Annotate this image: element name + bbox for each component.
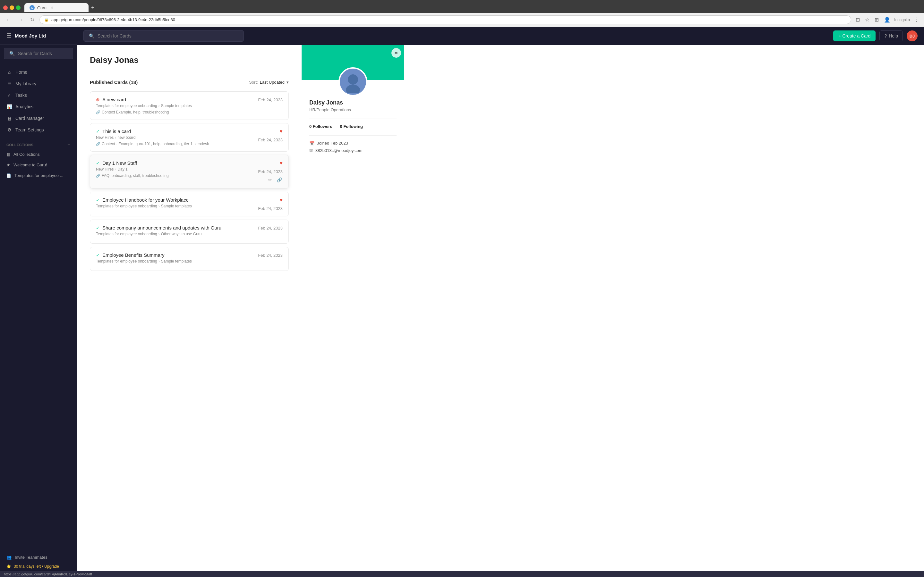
breadcrumb-part2: Sample templates xyxy=(161,103,192,108)
trial-label: 30 trial days left • Upgrade xyxy=(14,564,59,569)
table-row[interactable]: ✓ Day 1 New Staff New Hires › Day 1 🔗 xyxy=(90,155,289,189)
table-row[interactable]: ✓ Share company announcements and update… xyxy=(90,219,289,243)
create-card-button[interactable]: + Create a Card xyxy=(833,31,876,41)
back-button[interactable]: ← xyxy=(4,16,13,24)
help-label: Help xyxy=(889,33,898,39)
reload-button[interactable]: ↻ xyxy=(28,15,36,24)
card-date: Feb 24, 2023 xyxy=(258,205,283,211)
help-button[interactable]: ? Help xyxy=(879,31,903,41)
card-date: Feb 24, 2023 xyxy=(258,169,283,174)
invite-teammates-button[interactable]: 👥 Invite Teammates xyxy=(6,552,71,562)
url-text: app.getguru.com/people/0678c696-2e4c-4b1… xyxy=(51,17,175,22)
ok-status-icon: ✓ xyxy=(96,253,100,258)
tags-text: Context Example, help, troubleshooting xyxy=(102,110,169,114)
hamburger-icon[interactable]: ☰ xyxy=(6,32,11,39)
card-title: Share company announcements and updates … xyxy=(102,225,221,230)
search-bar[interactable]: 🔍 Search for Cards xyxy=(4,48,73,59)
collection-label: Welcome to Guru! xyxy=(13,163,47,167)
card-title: Employee Benefits Summary xyxy=(102,252,164,258)
like-button[interactable]: ♥ xyxy=(280,129,283,134)
sidebar-item-my-library[interactable]: ☰ My Library xyxy=(0,78,77,89)
card-top-row: ✓ Employee Handbook for your Workplace T… xyxy=(96,197,283,211)
all-collections-icon: ▦ xyxy=(6,152,10,157)
table-row[interactable]: ✓ Employee Handbook for your Workplace T… xyxy=(90,192,289,216)
url-bar[interactable]: 🔒 app.getguru.com/people/0678c696-2e4c-4… xyxy=(39,15,851,24)
topbar: 🔍 Search for Cards xyxy=(0,45,77,63)
cast-icon[interactable]: ⊡ xyxy=(855,15,861,24)
breadcrumb-part1: Templates for employee onboarding xyxy=(96,103,157,108)
table-row[interactable]: ✓ Employee Benefits Summary Templates fo… xyxy=(90,247,289,271)
sidebar-item-label: Home xyxy=(15,69,27,75)
tasks-icon: ✓ xyxy=(6,93,12,98)
bookmark-icon[interactable]: ☆ xyxy=(864,15,871,24)
card-top-row: ✓ Day 1 New Staff New Hires › Day 1 🔗 xyxy=(96,160,283,183)
copy-link-button[interactable]: 🔗 xyxy=(276,177,283,183)
card-main-info: ✓ Employee Benefits Summary Templates fo… xyxy=(96,252,192,266)
sidebar-item-label: Tasks xyxy=(15,93,27,98)
calendar-icon: 📅 xyxy=(309,141,314,145)
maximize-window-button[interactable] xyxy=(16,5,21,10)
main-content: 🔍 Search for Cards + Create a Card ? Hel… xyxy=(77,27,924,576)
card-tags: 🔗 FAQ, onboarding, staff, troubleshootin… xyxy=(96,173,169,178)
breadcrumb-part1: Templates for employee onboarding xyxy=(96,204,157,208)
sidebar-item-home[interactable]: ⌂ Home xyxy=(0,66,77,78)
incognito-label: Incognito xyxy=(894,18,910,22)
sidebar-item-welcome-to-guru[interactable]: ★ Welcome to Guru! xyxy=(0,160,77,170)
card-top-row: ⊗ A new card Templates for employee onbo… xyxy=(96,97,283,114)
breadcrumb-arrow: › xyxy=(115,135,116,140)
sidebar-item-team-settings[interactable]: ⚙ Team Settings xyxy=(0,124,77,135)
extensions-icon[interactable]: ⊞ xyxy=(873,15,880,24)
main-search-bar[interactable]: 🔍 Search for Cards xyxy=(83,30,244,42)
table-row[interactable]: ⊗ A new card Templates for employee onbo… xyxy=(90,91,289,120)
like-button[interactable]: ♥ xyxy=(280,160,283,166)
collections-section-header: Collections + xyxy=(0,139,77,149)
breadcrumb-arrow: › xyxy=(158,259,160,263)
forward-button[interactable]: → xyxy=(16,16,25,24)
edit-profile-button[interactable]: ✏ xyxy=(391,48,401,58)
email-item: ✉ 382b013c@moodjoy.com xyxy=(309,148,397,153)
menu-icon[interactable]: ⋮ xyxy=(913,15,920,24)
browser-tab[interactable]: G Guru ✕ xyxy=(24,3,89,12)
sidebar-item-tasks[interactable]: ✓ Tasks xyxy=(0,89,77,101)
trial-upgrade-button[interactable]: ⭐ 30 trial days left • Upgrade xyxy=(6,562,71,571)
profile-avatar xyxy=(338,67,367,96)
profile-name-heading: Daisy Jonas xyxy=(90,55,289,65)
like-button[interactable]: ♥ xyxy=(280,197,283,203)
svg-point-0 xyxy=(348,74,358,85)
search-icon: 🔍 xyxy=(9,51,15,56)
card-manager-icon: ▦ xyxy=(6,116,12,121)
new-tab-button[interactable]: + xyxy=(91,5,95,11)
user-avatar[interactable]: DJ xyxy=(907,31,918,41)
card-main-info: ⊗ A new card Templates for employee onbo… xyxy=(96,97,192,114)
breadcrumb-part1: Templates for employee onboarding xyxy=(96,232,157,236)
edit-card-button[interactable]: ✏ xyxy=(268,177,273,183)
card-breadcrumb: Templates for employee onboarding › Samp… xyxy=(96,103,192,108)
tab-favicon: G xyxy=(29,5,35,10)
ok-status-icon: ✓ xyxy=(96,226,100,230)
status-url: https://app.getguru.com/card/T4jAbnKc/Da… xyxy=(4,572,92,576)
tab-title: Guru xyxy=(37,5,47,10)
card-title: Employee Handbook for your Workplace xyxy=(102,197,189,203)
add-collection-button[interactable]: + xyxy=(67,142,71,148)
sidebar-item-analytics[interactable]: 📊 Analytics xyxy=(0,101,77,113)
library-icon: ☰ xyxy=(6,81,12,86)
minimize-window-button[interactable] xyxy=(10,5,14,10)
profile-main: Daisy Jonas Published Cards (18) Sort: L… xyxy=(77,45,302,576)
profile-icon[interactable]: 👤 xyxy=(883,15,892,24)
tab-close-button[interactable]: ✕ xyxy=(50,5,53,10)
card-right: Feb 24, 2023 xyxy=(252,97,283,102)
sidebar-item-all-collections[interactable]: ▦ All Collections xyxy=(0,149,77,160)
sidebar-item-card-manager[interactable]: ▦ Card Manager xyxy=(0,113,77,124)
svg-point-1 xyxy=(346,85,360,93)
table-row[interactable]: ✓ This is a card New Hires › new board 🔗 xyxy=(90,123,289,152)
sort-control[interactable]: Sort: Last Updated ▾ xyxy=(249,80,289,85)
sidebar-item-label: My Library xyxy=(15,81,36,86)
card-right: ♥ Feb 24, 2023 xyxy=(252,197,283,211)
sidebar-item-templates[interactable]: 📄 Templates for employee ... xyxy=(0,170,77,181)
error-status-icon: ⊗ xyxy=(96,97,100,102)
card-breadcrumb: Templates for employee onboarding › Samp… xyxy=(96,204,192,208)
browser-toolbar-actions: ⊡ ☆ ⊞ 👤 Incognito ⋮ xyxy=(855,15,920,24)
close-window-button[interactable] xyxy=(3,5,8,10)
help-icon: ? xyxy=(884,33,887,39)
card-tags: 🔗 Context Example, help, troubleshooting xyxy=(96,110,192,114)
